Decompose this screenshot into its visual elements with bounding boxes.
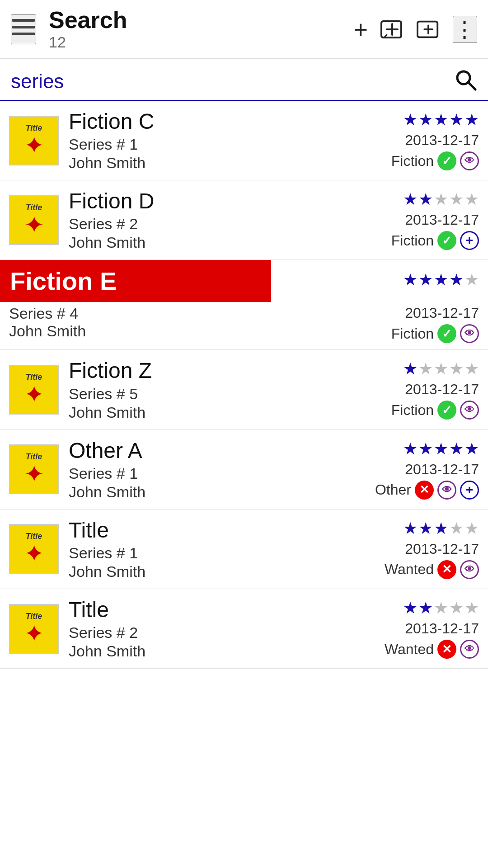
header-actions: + ⋮ (353, 15, 477, 43)
svg-line-6 (468, 82, 475, 90)
book-date: 2013-12-17 (405, 461, 479, 478)
star-rating: ★ ★ ★ ★ ★ (403, 270, 479, 289)
status-purple-eye: 👁 (460, 324, 479, 343)
book-series: Series # 2 (69, 215, 371, 233)
status-green-check: ✓ (437, 324, 456, 343)
book-info: Title Series # 2 John Smith (69, 597, 371, 660)
book-date: 2013-12-17 (405, 620, 479, 637)
svg-rect-1 (12, 26, 35, 28)
fiction-e-meta: ★ ★ ★ ★ ★ (271, 260, 488, 302)
star-rating: ★ ★ ★ ★ ★ (403, 519, 479, 538)
book-date: 2013-12-17 (405, 541, 479, 557)
book-title: Fiction E (10, 266, 261, 296)
book-date: 2013-12-17 (405, 381, 479, 398)
book-status-row: Wanted ✕ 👁 (385, 560, 479, 579)
list-item[interactable]: Title ✦ Title Series # 2 John Smith ★ ★ … (0, 589, 488, 669)
book-series: Series # 5 (69, 385, 371, 403)
more-options-button[interactable]: ⋮ (453, 16, 477, 43)
fiction-e-top: Fiction E ★ ★ ★ ★ ★ (0, 260, 488, 302)
search-input[interactable] (11, 70, 454, 98)
status-green-check: ✓ (437, 151, 456, 170)
status-green-check: ✓ (437, 401, 456, 420)
status-red-x: ✕ (437, 640, 456, 659)
book-title: Other A (69, 438, 371, 463)
book-series-author: Series # 4 John Smith (9, 305, 86, 343)
list-item[interactable]: Title ✦ Title Series # 1 John Smith ★ ★ … (0, 509, 488, 589)
book-cover: Title ✦ (9, 524, 59, 574)
list-item[interactable]: Title ✦ Fiction D Series # 2 John Smith … (0, 180, 488, 260)
search-icon[interactable] (454, 68, 477, 100)
book-cover: Title ✦ (9, 444, 59, 494)
list-item[interactable]: Title ✦ Fiction Z Series # 5 John Smith … (0, 350, 488, 429)
book-author: John Smith (69, 563, 371, 580)
header-title-block: Search 12 (49, 7, 353, 51)
app-header: Search 12 + ⋮ (0, 0, 488, 59)
book-series: Series # 1 (69, 544, 371, 562)
status-purple-eye: 👁 (437, 481, 456, 500)
book-status-row: Other ✕ 👁 + (375, 481, 479, 500)
add-to-list-button[interactable] (380, 18, 404, 41)
list-item[interactable]: Fiction E ★ ★ ★ ★ ★ Series # 4 John Smit… (0, 260, 488, 350)
book-info: Title Series # 1 John Smith (69, 518, 371, 580)
book-author: John Smith (69, 234, 371, 251)
book-cover: Title ✦ (9, 604, 59, 654)
genre-label: Fiction (391, 326, 434, 342)
book-info: Fiction C Series # 1 John Smith (69, 109, 371, 172)
book-meta: ★ ★ ★ ★ ★ 2013-12-17 Wanted ✕ 👁 (371, 518, 479, 580)
genre-label: Fiction (391, 232, 434, 249)
book-cover: Title ✦ (9, 116, 59, 165)
book-status-row: Fiction ✓ 👁 (391, 324, 479, 343)
book-list: Title ✦ Fiction C Series # 1 John Smith … (0, 101, 488, 669)
genre-label: Wanted (385, 561, 434, 578)
book-series: Series # 1 (69, 136, 371, 153)
book-date: 2013-12-17 (405, 132, 479, 149)
book-status-row: Fiction ✓ 👁 (391, 151, 479, 170)
star-rating: ★ ★ ★ ★ ★ (403, 599, 479, 618)
list-item[interactable]: Title ✦ Other A Series # 1 John Smith ★ … (0, 430, 488, 509)
genre-label: Other (375, 481, 411, 498)
status-blue-plus: + (460, 231, 479, 250)
menu-button[interactable] (11, 14, 36, 44)
status-green-check: ✓ (437, 231, 456, 250)
search-bar (0, 59, 488, 101)
book-title: Fiction Z (69, 358, 371, 383)
book-info: Fiction Z Series # 5 John Smith (69, 358, 371, 421)
status-purple-eye: 👁 (460, 640, 479, 659)
star-rating: ★ ★ ★ ★ ★ (403, 359, 479, 378)
status-purple-eye: 👁 (460, 401, 479, 420)
page-count: 12 (49, 33, 353, 51)
page-title: Search (49, 7, 353, 33)
book-cover: Title ✦ (9, 365, 59, 415)
svg-rect-0 (12, 19, 35, 22)
add-to-watchlist-button[interactable] (417, 18, 440, 41)
genre-label: Fiction (391, 153, 434, 170)
book-series: Series # 4 (9, 305, 86, 322)
book-title: Title (69, 597, 371, 622)
book-meta: ★ ★ ★ ★ ★ 2013-12-17 Fiction ✓ + (371, 189, 479, 251)
book-cover: Title ✦ (9, 195, 59, 245)
book-series: Series # 1 (69, 465, 371, 482)
status-purple-eye: 👁 (460, 151, 479, 170)
book-author: John Smith (69, 154, 371, 172)
book-series: Series # 2 (69, 624, 371, 642)
genre-label: Fiction (391, 402, 434, 419)
genre-label: Wanted (385, 641, 434, 658)
book-title: Fiction C (69, 109, 371, 134)
book-info: Fiction D Series # 2 John Smith (69, 189, 371, 251)
list-item[interactable]: Title ✦ Fiction C Series # 1 John Smith … (0, 101, 488, 180)
fiction-e-title-block: Fiction E (0, 260, 271, 302)
book-status-row: Fiction ✓ 👁 (391, 401, 479, 420)
book-info: Other A Series # 1 John Smith (69, 438, 371, 501)
status-red-x: ✕ (437, 560, 456, 579)
book-author: John Smith (69, 404, 371, 421)
fiction-e-bottom: Series # 4 John Smith 2013-12-17 Fiction… (0, 302, 488, 343)
book-meta: ★ ★ ★ ★ ★ 2013-12-17 Fiction ✓ 👁 (371, 109, 479, 172)
status-purple-eye: 👁 (460, 560, 479, 579)
star-rating: ★ ★ ★ ★ ★ (403, 190, 479, 209)
book-meta: ★ ★ ★ ★ ★ 2013-12-17 Wanted ✕ 👁 (371, 597, 479, 660)
book-author: John Smith (9, 322, 86, 340)
book-author: John Smith (69, 642, 371, 660)
book-author: John Smith (69, 483, 371, 501)
add-button[interactable]: + (353, 15, 368, 43)
book-title: Fiction D (69, 189, 371, 213)
